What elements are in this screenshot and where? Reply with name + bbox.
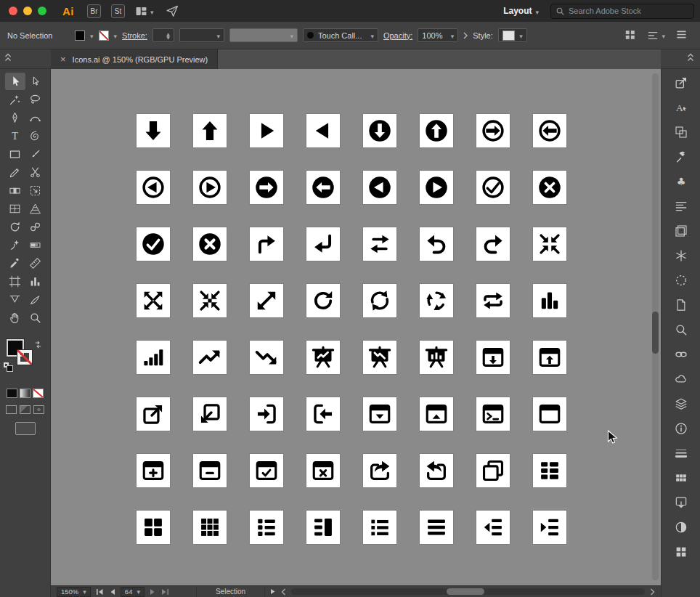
trend-up-icon[interactable]	[193, 341, 227, 374]
horizontal-scrollbar[interactable]	[291, 588, 645, 595]
swap-fill-stroke-icon[interactable]	[34, 338, 42, 352]
export-as-panel-icon[interactable]	[672, 495, 691, 511]
brush-definition-select[interactable]: Touch Call...	[303, 28, 378, 42]
color-panel-icon[interactable]	[672, 519, 691, 535]
list-bullets-icon[interactable]	[363, 511, 396, 544]
window-plus-icon[interactable]	[137, 454, 170, 487]
window-upload-icon[interactable]	[533, 341, 566, 374]
vertical-scrollbar-thumb[interactable]	[652, 312, 659, 354]
share-right-icon[interactable]	[363, 454, 396, 487]
lasso-tool[interactable]	[25, 91, 46, 108]
pages-panel-icon[interactable]	[672, 297, 691, 313]
copy-windows-icon[interactable]	[476, 454, 510, 487]
collapse-center-icon[interactable]	[193, 284, 227, 317]
style-label[interactable]: Style:	[473, 31, 493, 40]
zoom-tool[interactable]	[25, 309, 46, 326]
window-minus-icon[interactable]	[193, 454, 227, 487]
style-select[interactable]	[498, 28, 527, 42]
close-window-button[interactable]	[9, 7, 17, 15]
previous-artboard-button[interactable]	[109, 588, 115, 596]
window-x-icon[interactable]	[306, 454, 340, 487]
free-transform-tool[interactable]	[25, 182, 46, 199]
hand-tool[interactable]	[5, 309, 25, 326]
share-left-icon[interactable]	[420, 454, 453, 487]
stroke-weight-stepper[interactable]: ▲▼	[152, 28, 174, 42]
copy-panel-icon[interactable]	[672, 223, 691, 239]
circle-arrow-right-icon[interactable]	[250, 171, 283, 204]
stroke-color-swatch[interactable]	[17, 350, 32, 365]
stroke-none-swatch[interactable]	[99, 31, 109, 41]
scroll-left-icon[interactable]	[281, 588, 286, 596]
circle-arrow-up-icon[interactable]	[420, 114, 453, 147]
arrow-up-icon[interactable]	[193, 114, 227, 147]
sign-out-icon[interactable]	[306, 397, 340, 431]
pen-tool[interactable]	[5, 109, 25, 126]
presentation-down-icon[interactable]	[363, 341, 396, 374]
last-artboard-button[interactable]	[161, 588, 169, 596]
column-graph-tool[interactable]	[25, 272, 46, 290]
menu-lines-icon[interactable]	[420, 511, 453, 544]
external-link-icon[interactable]	[137, 397, 170, 431]
export-panel-icon[interactable]	[672, 75, 691, 91]
share-icon[interactable]	[166, 4, 179, 17]
caret-left-icon[interactable]	[306, 114, 340, 147]
artboard-number-select[interactable]: 64	[121, 587, 145, 597]
panel-menu-icon[interactable]	[676, 30, 687, 41]
opacity-flyout-icon[interactable]	[463, 32, 468, 39]
collapse-toolbar-icon[interactable]	[4, 52, 12, 65]
color-mode-button[interactable]	[7, 389, 17, 398]
document-setup-icon[interactable]	[647, 31, 665, 41]
type-tool[interactable]: T	[5, 127, 25, 145]
rotate-cw-icon[interactable]	[306, 284, 340, 317]
circle-arrow-left-outline-icon[interactable]	[533, 114, 566, 147]
window-blank-icon[interactable]	[533, 397, 566, 431]
opacity-input[interactable]: 100%	[418, 28, 458, 42]
bar-chart-icon[interactable]	[533, 284, 566, 317]
none-mode-button[interactable]	[33, 389, 44, 398]
swap-horizontal-icon[interactable]	[363, 227, 396, 261]
document-canvas[interactable]	[51, 69, 661, 585]
knife-tool[interactable]	[25, 291, 46, 308]
circle-x-bold-icon[interactable]	[193, 227, 227, 261]
gradient-mode-button[interactable]	[20, 389, 30, 398]
window-check-icon[interactable]	[250, 454, 283, 487]
fill-swatch[interactable]	[75, 31, 85, 41]
rectangle-tool[interactable]	[5, 145, 25, 163]
stock-button[interactable]: St	[111, 4, 125, 18]
shape-builder-tool[interactable]	[5, 182, 25, 199]
spiral-tool[interactable]	[25, 127, 46, 145]
workspace-switcher-caret-icon[interactable]	[535, 4, 539, 17]
scissors-tool[interactable]	[25, 163, 46, 181]
align-options-icon[interactable]	[624, 29, 636, 42]
grid-small-icon[interactable]	[193, 511, 227, 544]
close-tab-icon[interactable]	[60, 54, 66, 64]
outdent-icon[interactable]	[476, 511, 510, 544]
artboards-panel-icon[interactable]	[672, 124, 691, 140]
rotate-tool[interactable]	[5, 218, 25, 235]
circle-arrow-right-outline-icon[interactable]	[476, 114, 510, 147]
tools-panel-icon[interactable]	[672, 149, 691, 165]
gradient-tool[interactable]	[25, 236, 46, 253]
sign-in-icon[interactable]	[250, 397, 283, 431]
measure-tool[interactable]	[25, 254, 46, 272]
refresh-icon[interactable]	[363, 284, 396, 317]
pencil-tool[interactable]	[5, 163, 25, 181]
workspace-icon[interactable]	[135, 5, 147, 17]
corner-up-right-icon[interactable]	[250, 227, 283, 261]
direct-selection-tool[interactable]	[25, 73, 46, 90]
arrow-down-icon[interactable]	[137, 114, 170, 147]
symbol-sprayer-tool[interactable]	[5, 236, 25, 253]
next-artboard-button[interactable]	[150, 588, 156, 596]
brushes-panel-icon[interactable]	[672, 272, 691, 288]
layout-rows-icon[interactable]	[533, 454, 566, 487]
perspective-grid-tool[interactable]	[25, 200, 46, 217]
circle-arrow-left-icon[interactable]	[306, 171, 340, 204]
circle-caret-left-outline-icon[interactable]	[137, 171, 170, 204]
eyedropper-tool[interactable]	[5, 254, 25, 272]
circle-arrow-down-icon[interactable]	[363, 114, 396, 147]
expand-diagonal-icon[interactable]	[250, 284, 283, 317]
trend-down-icon[interactable]	[250, 341, 283, 374]
fill-caret-icon[interactable]	[90, 31, 94, 40]
status-display[interactable]: Selection	[196, 586, 265, 597]
magic-wand-tool[interactable]	[5, 91, 25, 108]
